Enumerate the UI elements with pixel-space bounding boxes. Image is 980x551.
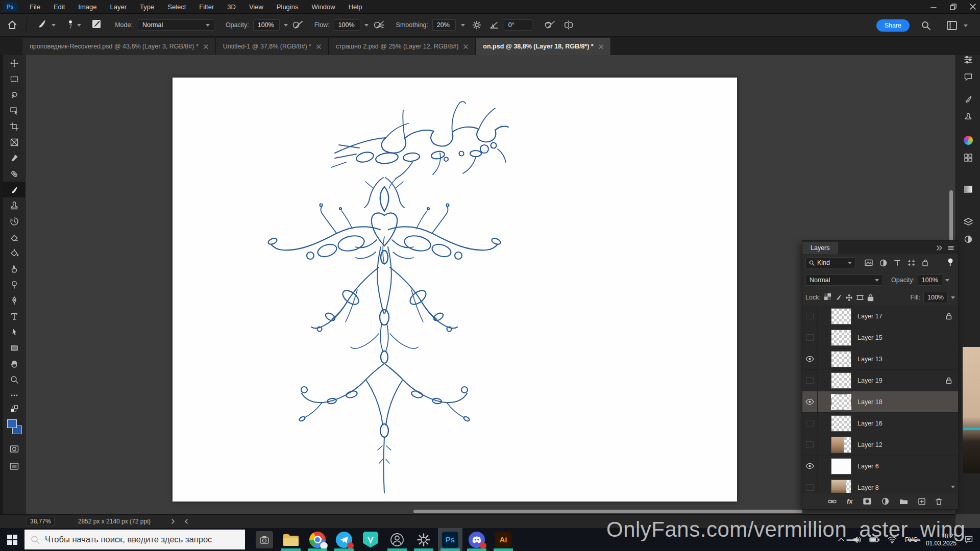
color-panel-icon[interactable] — [956, 132, 980, 149]
layer-row[interactable]: Layer 15 — [802, 327, 958, 348]
layer-row[interactable]: Layer 8 — [802, 477, 958, 494]
layer-row[interactable]: Layer 19 — [802, 370, 958, 391]
layer-thumbnail[interactable] — [831, 394, 851, 410]
hidden-icons-chevron[interactable] — [838, 537, 845, 542]
visibility-toggle[interactable] — [802, 456, 818, 477]
lock-position-icon[interactable] — [845, 294, 853, 302]
filter-shape-layers-icon[interactable] — [908, 259, 915, 266]
vertical-scrollbar[interactable] — [949, 190, 953, 246]
flow-field[interactable]: 100% — [334, 19, 360, 31]
quick-mask-button[interactable] — [3, 441, 26, 457]
language-indicator[interactable]: РУС — [905, 536, 918, 543]
link-layers-button[interactable] — [828, 498, 837, 505]
action-center-icon[interactable] — [965, 536, 973, 543]
screen-mode-button[interactable] — [3, 458, 26, 474]
new-group-button[interactable] — [899, 498, 908, 505]
menu-edit[interactable]: Edit — [47, 1, 71, 13]
background-window-sliver[interactable] — [963, 347, 980, 473]
taskbar-settings[interactable] — [411, 528, 436, 551]
visibility-toggle[interactable] — [802, 391, 818, 413]
taskbar-brave[interactable] — [358, 528, 383, 551]
search-icon[interactable] — [921, 20, 931, 31]
taskbar-telegram[interactable] — [332, 528, 356, 551]
frame-tool[interactable] — [3, 134, 26, 150]
status-next-icon[interactable] — [171, 519, 175, 524]
crop-tool[interactable] — [3, 118, 26, 134]
layer-row[interactable]: Layer 17 — [802, 306, 958, 327]
battery-icon[interactable] — [869, 537, 879, 543]
zoom-level-field[interactable]: 38,77% — [27, 517, 55, 526]
volume-icon[interactable] — [853, 536, 861, 543]
menu-help[interactable]: Help — [342, 1, 369, 13]
zoom-tool[interactable] — [3, 371, 26, 387]
layer-thumbnail[interactable] — [831, 372, 851, 389]
layer-thumbnail[interactable] — [831, 351, 851, 367]
brush-size-chevron[interactable] — [77, 24, 81, 27]
taskbar-chrome[interactable] — [305, 528, 330, 551]
filter-type-layers-icon[interactable] — [894, 259, 901, 266]
visibility-toggle[interactable] — [802, 434, 818, 456]
start-button[interactable] — [0, 528, 24, 551]
history-brush-tool[interactable] — [3, 213, 26, 229]
filter-kind-select[interactable]: Kind — [805, 257, 855, 268]
smoothing-field[interactable]: 20% — [432, 19, 456, 31]
healing-brush-tool[interactable] — [3, 166, 26, 182]
panel-menu-icon[interactable] — [948, 245, 954, 251]
patterns-panel-icon[interactable] — [956, 149, 980, 166]
tab-on-psd[interactable]: on.psd @ 38,8% (Layer 18, RGB/8*) * — [476, 38, 610, 55]
eraser-tool[interactable] — [3, 229, 26, 245]
layer-thumbnail[interactable] — [831, 458, 851, 474]
workspace-chevron[interactable] — [964, 24, 968, 27]
brush-tool[interactable] — [3, 182, 26, 197]
visibility-toggle[interactable] — [802, 477, 818, 494]
opacity-chevron[interactable] — [284, 24, 288, 27]
size-pressure-icon[interactable] — [544, 20, 555, 30]
clock[interactable]: 18:21 01.03.2025 — [926, 533, 957, 547]
layers-tab[interactable]: Layers — [802, 242, 838, 254]
path-selection-tool[interactable] — [3, 324, 26, 340]
layer-effects-button[interactable]: fx — [847, 497, 853, 505]
fill-chevron[interactable] — [951, 296, 955, 299]
flow-chevron[interactable] — [364, 24, 369, 27]
filter-pixel-layers-icon[interactable] — [865, 259, 873, 266]
eyedropper-tool[interactable] — [3, 150, 26, 166]
taskbar-file-explorer[interactable] — [279, 528, 303, 551]
opacity-pressure-icon[interactable] — [292, 20, 303, 30]
gradients-panel-icon[interactable] — [956, 181, 980, 198]
hand-tool[interactable] — [3, 356, 26, 371]
adjustments-panel-icon[interactable] — [956, 231, 980, 248]
menu-view[interactable]: View — [242, 1, 270, 13]
home-icon[interactable] — [7, 20, 17, 30]
clone-source-panel-icon[interactable] — [956, 108, 980, 126]
delete-layer-button[interactable] — [936, 498, 942, 505]
menu-filter[interactable]: Filter — [192, 1, 220, 13]
taskbar-search[interactable] — [24, 530, 245, 549]
visibility-toggle[interactable] — [802, 327, 818, 348]
share-button[interactable]: Share — [876, 19, 910, 32]
menu-select[interactable]: Select — [161, 1, 192, 13]
airbrush-icon[interactable] — [373, 20, 385, 30]
layer-row[interactable]: Layer 13 — [802, 348, 958, 370]
horizontal-scrollbar[interactable] — [413, 510, 802, 513]
visibility-toggle[interactable] — [802, 370, 818, 391]
smoothing-chevron[interactable] — [461, 24, 465, 27]
move-tool[interactable] — [3, 55, 26, 71]
opacity-chevron[interactable] — [945, 279, 949, 282]
filter-toggle-switch[interactable] — [947, 258, 954, 268]
type-tool[interactable] — [3, 308, 26, 324]
canvas-artwork[interactable] — [173, 78, 737, 502]
workspace-switcher-icon[interactable] — [946, 20, 958, 31]
photoshop-logo-icon[interactable]: Ps — [4, 2, 17, 11]
comments-panel-icon[interactable] — [956, 68, 980, 86]
visibility-toggle[interactable] — [802, 306, 818, 327]
scroll-down-chevron[interactable] — [951, 483, 955, 490]
smoothing-options-gear-icon[interactable] — [472, 20, 481, 30]
menu-file[interactable]: File — [23, 1, 47, 13]
filter-adjustment-layers-icon[interactable] — [879, 259, 887, 267]
add-layer-mask-button[interactable] — [863, 498, 871, 505]
fill-field[interactable]: 100% — [923, 292, 948, 303]
filter-smart-objects-icon[interactable] — [922, 259, 929, 267]
lock-image-icon[interactable] — [835, 294, 842, 302]
brush-tool-preset-icon[interactable] — [36, 18, 47, 32]
angle-field[interactable]: 0° — [504, 19, 532, 31]
